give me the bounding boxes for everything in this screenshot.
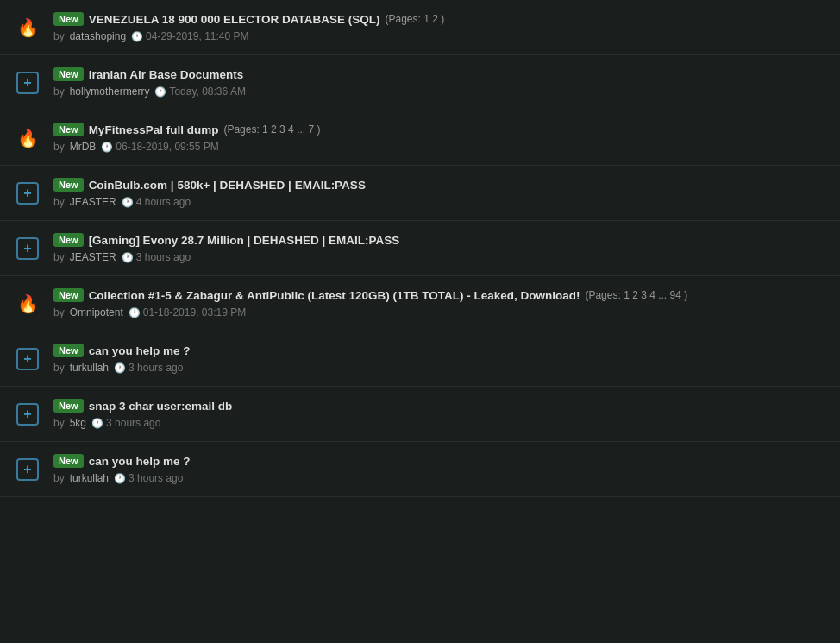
thread-title-line: NewCollection #1-5 & Zabagur & AntiPubli… — [53, 288, 826, 302]
thread-title-line: Newsnap 3 char user:email db — [53, 399, 826, 413]
thread-meta: byMrDB🕐06-18-2019, 09:55 PM — [53, 141, 826, 153]
fire-icon: 🔥 — [14, 290, 41, 318]
thread-content: NewIranian Air Base Documentsbyhollymoth… — [53, 67, 826, 98]
thread-author[interactable]: Omnipotent — [70, 306, 123, 318]
thread-item: +Newcan you help me ?byturkullah🕐3 hours… — [0, 331, 840, 387]
thread-title[interactable]: CoinBulb.com | 580k+ | DEHASHED | EMAIL:… — [89, 179, 366, 192]
thread-pages: (Pages: 1 2 3 4 ... 7 ) — [223, 123, 320, 136]
fire-icon: 🔥 — [17, 293, 39, 314]
plus-icon: + — [16, 237, 39, 260]
time-text: 06-18-2019, 09:55 PM — [116, 141, 218, 153]
thread-title-line: NewCoinBulb.com | 580k+ | DEHASHED | EMA… — [53, 178, 826, 192]
by-label: by — [53, 141, 65, 153]
thread-title[interactable]: can you help me ? — [89, 455, 191, 468]
thread-title-line: New[Gaming] Evony 28.7 Million | DEHASHE… — [53, 233, 826, 247]
plus-icon: + — [14, 180, 41, 207]
by-label: by — [53, 85, 65, 98]
plus-icon: + — [14, 235, 41, 262]
by-label: by — [53, 306, 65, 318]
plus-icon: + — [14, 345, 41, 373]
thread-author[interactable]: JEASTER — [70, 251, 116, 263]
plus-icon: + — [16, 348, 39, 370]
plus-icon: + — [16, 182, 39, 205]
thread-time: 🕐3 hours ago — [91, 417, 160, 429]
clock-icon: 🕐 — [91, 418, 103, 429]
thread-content: NewCoinBulb.com | 580k+ | DEHASHED | EMA… — [53, 178, 826, 208]
plus-icon: + — [16, 458, 39, 481]
thread-content: New[Gaming] Evony 28.7 Million | DEHASHE… — [53, 233, 826, 263]
thread-meta: byJEASTER🕐3 hours ago — [53, 251, 826, 263]
thread-time: 🕐3 hours ago — [114, 362, 183, 374]
new-badge: New — [53, 233, 84, 247]
clock-icon: 🕐 — [154, 86, 166, 98]
thread-item: +Newsnap 3 char user:email dbby5kg🕐3 hou… — [0, 387, 840, 442]
clock-icon: 🕐 — [131, 31, 143, 42]
thread-title[interactable]: VENEZUELA 18 900 000 ELECTOR DATABASE (S… — [89, 13, 380, 26]
thread-time: 🕐3 hours ago — [122, 251, 191, 263]
thread-meta: byhollymothermerry🕐Today, 08:36 AM — [53, 85, 826, 98]
thread-time: 🕐Today, 08:36 AM — [154, 85, 246, 98]
thread-title[interactable]: snap 3 char user:email db — [89, 400, 233, 413]
by-label: by — [53, 417, 65, 429]
thread-title[interactable]: MyFitnessPal full dump — [89, 123, 219, 136]
thread-title[interactable]: Iranian Air Base Documents — [89, 68, 244, 81]
thread-item: 🔥NewCollection #1-5 & Zabagur & AntiPubl… — [0, 276, 840, 331]
plus-icon: + — [14, 400, 41, 428]
thread-title[interactable]: can you help me ? — [89, 344, 191, 357]
plus-icon: + — [14, 69, 41, 97]
thread-author[interactable]: 5kg — [70, 417, 86, 429]
thread-author[interactable]: MrDB — [70, 141, 97, 153]
thread-meta: bydatashoping🕐04-29-2019, 11:40 PM — [53, 30, 826, 42]
thread-time: 🕐04-29-2019, 11:40 PM — [131, 30, 248, 42]
thread-author[interactable]: turkullah — [70, 362, 109, 374]
new-badge: New — [53, 454, 84, 468]
thread-meta: byOmnipotent🕐01-18-2019, 03:19 PM — [53, 306, 826, 318]
thread-author[interactable]: hollymothermerry — [70, 85, 150, 98]
thread-item: 🔥NewVENEZUELA 18 900 000 ELECTOR DATABAS… — [0, 0, 840, 55]
thread-title[interactable]: Collection #1-5 & Zabagur & AntiPublic (… — [89, 289, 580, 302]
thread-title-line: NewMyFitnessPal full dump (Pages: 1 2 3 … — [53, 123, 826, 136]
clock-icon: 🕐 — [101, 142, 113, 153]
thread-author[interactable]: JEASTER — [70, 196, 116, 208]
by-label: by — [53, 30, 65, 42]
time-text: Today, 08:36 AM — [169, 85, 246, 98]
thread-author[interactable]: turkullah — [70, 472, 109, 484]
thread-meta: byturkullah🕐3 hours ago — [53, 472, 826, 484]
time-text: 3 hours ago — [129, 362, 183, 374]
thread-time: 🕐01-18-2019, 03:19 PM — [129, 306, 246, 318]
thread-content: NewVENEZUELA 18 900 000 ELECTOR DATABASE… — [53, 12, 826, 42]
new-badge: New — [53, 123, 84, 136]
fire-icon: 🔥 — [17, 128, 39, 148]
time-text: 01-18-2019, 03:19 PM — [143, 306, 246, 318]
by-label: by — [53, 196, 65, 208]
time-text: 3 hours ago — [136, 251, 191, 263]
clock-icon: 🕐 — [122, 252, 134, 263]
thread-item: +NewIranian Air Base Documentsbyhollymot… — [0, 55, 840, 110]
thread-title-line: Newcan you help me ? — [53, 344, 826, 357]
clock-icon: 🕐 — [114, 473, 126, 484]
thread-list: 🔥NewVENEZUELA 18 900 000 ELECTOR DATABAS… — [0, 0, 840, 643]
thread-content: Newcan you help me ?byturkullah🕐3 hours … — [53, 344, 826, 374]
thread-item: +NewCoinBulb.com | 580k+ | DEHASHED | EM… — [0, 166, 840, 221]
new-badge: New — [53, 67, 84, 81]
thread-meta: byturkullah🕐3 hours ago — [53, 362, 826, 374]
by-label: by — [53, 472, 65, 484]
by-label: by — [53, 251, 65, 263]
thread-meta: byJEASTER🕐4 hours ago — [53, 196, 826, 208]
thread-title[interactable]: [Gaming] Evony 28.7 Million | DEHASHED |… — [89, 234, 400, 247]
thread-time: 🕐3 hours ago — [114, 472, 183, 484]
plus-icon: + — [14, 456, 41, 483]
thread-item: 🔥NewMyFitnessPal full dump (Pages: 1 2 3… — [0, 110, 840, 166]
new-badge: New — [53, 12, 84, 26]
thread-item: +New[Gaming] Evony 28.7 Million | DEHASH… — [0, 221, 840, 276]
thread-item: +Newcan you help me ?byturkullah🕐3 hours… — [0, 442, 840, 497]
new-badge: New — [53, 344, 84, 357]
new-badge: New — [53, 399, 84, 413]
thread-title-line: NewIranian Air Base Documents — [53, 67, 826, 81]
plus-icon: + — [16, 403, 39, 426]
new-badge: New — [53, 178, 84, 192]
fire-icon: 🔥 — [14, 124, 41, 152]
thread-time: 🕐06-18-2019, 09:55 PM — [101, 141, 218, 153]
thread-author[interactable]: datashoping — [70, 30, 126, 42]
new-badge: New — [53, 288, 84, 302]
